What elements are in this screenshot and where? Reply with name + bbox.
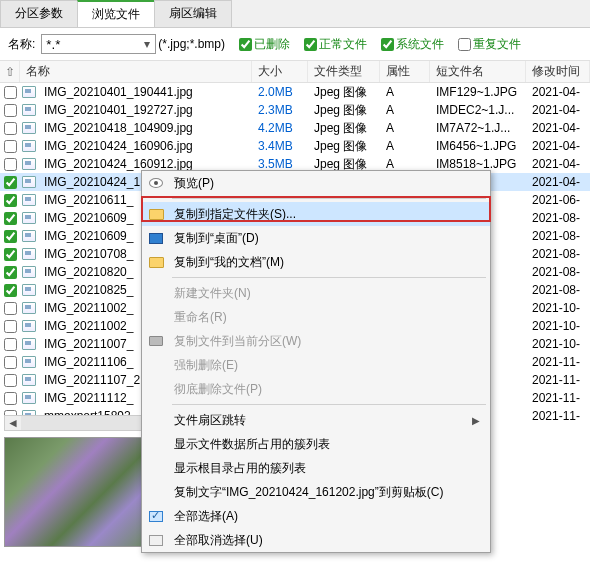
- menu-item[interactable]: 复制到指定文件夹(S)...: [142, 202, 490, 226]
- file-icon: [20, 338, 38, 350]
- menu-item[interactable]: 复制到“桌面”(D): [142, 226, 490, 250]
- cell-size: 3.4MB: [252, 139, 308, 153]
- row-checkbox[interactable]: [0, 302, 20, 315]
- cell-attr: A: [380, 139, 430, 153]
- tab-partition-params[interactable]: 分区参数: [0, 0, 78, 27]
- file-icon: [20, 122, 38, 134]
- table-row[interactable]: IMG_20210424_160906.jpg3.4MBJpeg 图像AIM64…: [0, 137, 590, 155]
- col-name[interactable]: 名称: [20, 61, 252, 82]
- table-row[interactable]: IMG_20210401_192727.jpg2.3MBJpeg 图像AIMDE…: [0, 101, 590, 119]
- ext-pattern: (*.jpg;*.bmp): [158, 37, 225, 51]
- row-checkbox[interactable]: [0, 374, 20, 387]
- cell-short: IM7A72~1.J...: [430, 121, 526, 135]
- cell-date: 2021-04-: [526, 121, 590, 135]
- col-date[interactable]: 修改时间: [526, 61, 590, 82]
- row-checkbox[interactable]: [0, 122, 20, 135]
- row-checkbox[interactable]: [0, 338, 20, 351]
- row-checkbox[interactable]: [0, 194, 20, 207]
- cell-date: 2021-08-: [526, 211, 590, 225]
- row-checkbox[interactable]: [0, 356, 20, 369]
- row-checkbox[interactable]: [0, 248, 20, 261]
- menu-item-label: 复制到指定文件夹(S)...: [174, 206, 296, 223]
- cell-name: IMG_20210401_190441.jpg: [38, 85, 252, 99]
- row-checkbox[interactable]: [0, 284, 20, 297]
- col-size[interactable]: 大小: [252, 61, 308, 82]
- table-row[interactable]: IMG_20210401_190441.jpg2.0MBJpeg 图像AIMF1…: [0, 83, 590, 101]
- name-filter-dropdown-icon[interactable]: ▾: [144, 37, 150, 51]
- cell-date: 2021-04-: [526, 139, 590, 153]
- name-label: 名称:: [8, 36, 35, 53]
- menu-item[interactable]: 显示根目录占用的簇列表: [142, 456, 490, 480]
- menu-item-label: 复制文字“IMG_20210424_161202.jpg”到剪贴板(C): [174, 484, 443, 501]
- row-checkbox[interactable]: [0, 320, 20, 333]
- preview-icon: [149, 178, 163, 188]
- file-icon: [20, 248, 38, 260]
- menu-item[interactable]: 全部选择(A): [142, 504, 490, 528]
- cell-type: Jpeg 图像: [308, 102, 380, 119]
- file-icon: [20, 194, 38, 206]
- file-icon: [20, 356, 38, 368]
- file-icon: [20, 176, 38, 188]
- cell-date: 2021-10-: [526, 337, 590, 351]
- row-checkbox[interactable]: [0, 86, 20, 99]
- select-all-icon: [149, 511, 163, 522]
- cell-type: Jpeg 图像: [308, 84, 380, 101]
- tab-browse-files[interactable]: 浏览文件: [77, 0, 155, 27]
- cell-date: 2021-11-: [526, 373, 590, 387]
- file-icon: [20, 158, 38, 170]
- cell-date: 2021-11-: [526, 391, 590, 405]
- col-short[interactable]: 短文件名: [430, 61, 526, 82]
- scroll-left-icon[interactable]: ◄: [5, 416, 21, 430]
- file-icon: [20, 320, 38, 332]
- filter-bar: 名称: ▾ (*.jpg;*.bmp) 已删除 正常文件 系统文件 重复文件: [0, 28, 590, 61]
- menu-item: 彻底删除文件(P): [142, 377, 490, 401]
- file-icon: [20, 230, 38, 242]
- menu-item-label: 全部取消选择(U): [174, 532, 263, 549]
- col-type[interactable]: 文件类型: [308, 61, 380, 82]
- row-checkbox[interactable]: [0, 158, 20, 171]
- menu-item-label: 新建文件夹(N): [174, 285, 251, 302]
- menu-item[interactable]: 显示文件数据所占用的簇列表: [142, 432, 490, 456]
- menu-item: 强制删除(E): [142, 353, 490, 377]
- chk-system[interactable]: 系统文件: [381, 36, 444, 53]
- cell-date: 2021-04-: [526, 157, 590, 171]
- row-checkbox[interactable]: [0, 104, 20, 117]
- menu-item[interactable]: 全部取消选择(U): [142, 528, 490, 552]
- row-checkbox[interactable]: [0, 230, 20, 243]
- row-checkbox[interactable]: [0, 266, 20, 279]
- file-icon: [20, 302, 38, 314]
- menu-separator: [172, 277, 486, 278]
- cell-size: 2.0MB: [252, 85, 308, 99]
- row-checkbox[interactable]: [0, 140, 20, 153]
- menu-item-label: 显示文件数据所占用的簇列表: [174, 436, 330, 453]
- cell-date: 2021-08-: [526, 247, 590, 261]
- file-icon: [20, 266, 38, 278]
- chk-dup[interactable]: 重复文件: [458, 36, 521, 53]
- folder-icon: [149, 257, 164, 268]
- menu-item[interactable]: 预览(P): [142, 171, 490, 195]
- table-row[interactable]: IMG_20210418_104909.jpg4.2MBJpeg 图像AIM7A…: [0, 119, 590, 137]
- chk-deleted[interactable]: 已删除: [239, 36, 290, 53]
- cell-date: 2021-06-: [526, 193, 590, 207]
- menu-item: 重命名(R): [142, 305, 490, 329]
- file-icon: [20, 86, 38, 98]
- menu-separator: [172, 198, 486, 199]
- thumbnail-image: [4, 437, 154, 547]
- menu-item[interactable]: 复制文字“IMG_20210424_161202.jpg”到剪贴板(C): [142, 480, 490, 504]
- row-checkbox[interactable]: [0, 176, 20, 189]
- row-checkbox[interactable]: [0, 212, 20, 225]
- cell-attr: A: [380, 157, 430, 171]
- menu-item[interactable]: 复制到“我的文档”(M): [142, 250, 490, 274]
- menu-item[interactable]: 文件扇区跳转: [142, 408, 490, 432]
- menu-item-label: 彻底删除文件(P): [174, 381, 262, 398]
- chk-normal[interactable]: 正常文件: [304, 36, 367, 53]
- menu-item-label: 重命名(R): [174, 309, 227, 326]
- col-attr[interactable]: 属性: [380, 61, 430, 82]
- scroll-up-icon[interactable]: ⇧: [0, 61, 20, 82]
- cell-date: 2021-11-: [526, 355, 590, 369]
- tab-sector-edit[interactable]: 扇区编辑: [154, 0, 232, 27]
- name-filter-input[interactable]: [41, 34, 156, 54]
- menu-item-label: 预览(P): [174, 175, 214, 192]
- cell-short: IMF129~1.JPG: [430, 85, 526, 99]
- row-checkbox[interactable]: [0, 392, 20, 405]
